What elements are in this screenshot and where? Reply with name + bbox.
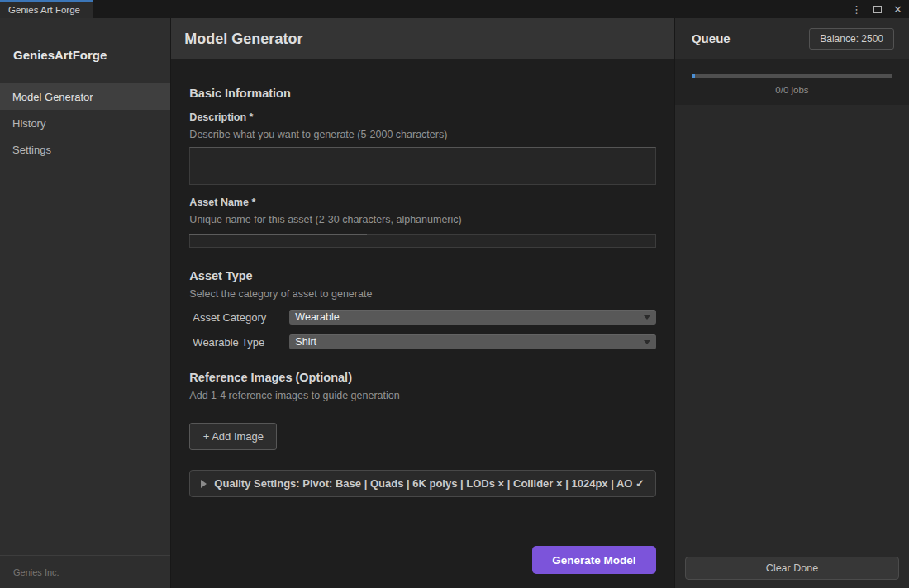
asset-category-label: Asset Category <box>189 311 289 324</box>
page-title: Model Generator <box>184 31 302 48</box>
description-helper: Describe what you want to generate (5-20… <box>189 129 656 140</box>
clear-done-button[interactable]: Clear Done <box>685 557 899 580</box>
window-tab-bar: Genies Art Forge ⋮ ✕ <box>0 0 909 18</box>
queue-progress-fill <box>692 74 695 78</box>
asset-name-input[interactable] <box>189 234 656 248</box>
main-footer: Generate Model <box>189 546 656 574</box>
company-label: Genies Inc. <box>13 567 59 577</box>
quality-settings-summary: Quality Settings: Pivot: Base | Quads | … <box>214 477 645 490</box>
section-heading-reference-images: Reference Images (Optional) <box>189 371 656 384</box>
sidebar-spacer <box>0 163 170 555</box>
wearable-type-dropdown[interactable]: Shirt <box>289 334 656 349</box>
queue-footer: Clear Done <box>675 548 909 588</box>
main-panel: Model Generator Basic Information Descri… <box>171 18 674 588</box>
description-label: Description * <box>189 111 656 123</box>
asset-name-field-wrap <box>189 234 656 248</box>
chevron-down-icon <box>644 315 650 320</box>
queue-progress-section: 0/0 jobs <box>675 59 909 105</box>
sidebar: GeniesArtForge Model Generator History S… <box>0 18 171 588</box>
description-textarea[interactable] <box>189 147 656 185</box>
window-controls: ⋮ ✕ <box>851 0 902 18</box>
maximize-icon[interactable] <box>873 6 882 13</box>
asset-category-value: Wearable <box>295 311 644 323</box>
sidebar-item-model-generator[interactable]: Model Generator <box>0 83 170 110</box>
section-heading-basic-information: Basic Information <box>189 87 656 100</box>
reference-images-helper: Add 1-4 reference images to guide genera… <box>189 390 656 401</box>
close-icon[interactable]: ✕ <box>893 4 902 15</box>
app-title: GeniesArtForge <box>0 18 170 83</box>
asset-category-dropdown[interactable]: Wearable <box>289 310 656 325</box>
asset-name-label: Asset Name * <box>189 197 656 208</box>
section-heading-asset-type: Asset Type <box>189 269 656 282</box>
wearable-type-label: Wearable Type <box>189 336 289 349</box>
balance-badge[interactable]: Balance: 2500 <box>809 28 894 50</box>
queue-progress-bar <box>692 74 892 78</box>
wearable-type-value: Shirt <box>295 336 644 348</box>
sidebar-item-label: Model Generator <box>12 91 93 103</box>
asset-name-helper: Unique name for this asset (2-30 charact… <box>189 214 656 225</box>
main-content: Basic Information Description * Describe… <box>171 59 674 588</box>
asset-category-row: Asset Category Wearable <box>189 310 656 325</box>
wearable-type-row: Wearable Type Shirt <box>189 334 656 349</box>
sidebar-item-history[interactable]: History <box>0 110 170 136</box>
add-image-button[interactable]: + Add Image <box>189 423 277 450</box>
queue-panel: Queue Balance: 2500 0/0 jobs Clear Done <box>674 18 909 588</box>
window-tab-label: Genies Art Forge <box>8 5 80 15</box>
quality-settings-foldout[interactable]: Quality Settings: Pivot: Base | Quads | … <box>189 470 656 497</box>
queue-header: Queue Balance: 2500 <box>675 18 909 59</box>
chevron-down-icon <box>644 340 650 344</box>
sidebar-item-label: History <box>12 117 45 130</box>
jobs-status: 0/0 jobs <box>692 85 892 95</box>
generate-model-button[interactable]: Generate Model <box>532 546 656 574</box>
queue-job-list <box>675 105 909 548</box>
sidebar-footer: Genies Inc. <box>0 555 170 588</box>
queue-title: Queue <box>692 31 731 45</box>
window-body: GeniesArtForge Model Generator History S… <box>0 18 909 588</box>
sidebar-item-label: Settings <box>12 144 51 156</box>
sidebar-item-settings[interactable]: Settings <box>0 136 170 163</box>
main-header: Model Generator <box>171 18 674 59</box>
asset-type-helper: Select the category of asset to generate <box>189 288 656 300</box>
kebab-menu-icon[interactable]: ⋮ <box>851 4 862 15</box>
foldout-arrow-icon <box>201 480 207 488</box>
window-tab-genies-art-forge[interactable]: Genies Art Forge <box>0 0 93 18</box>
description-field-wrap <box>189 147 656 185</box>
